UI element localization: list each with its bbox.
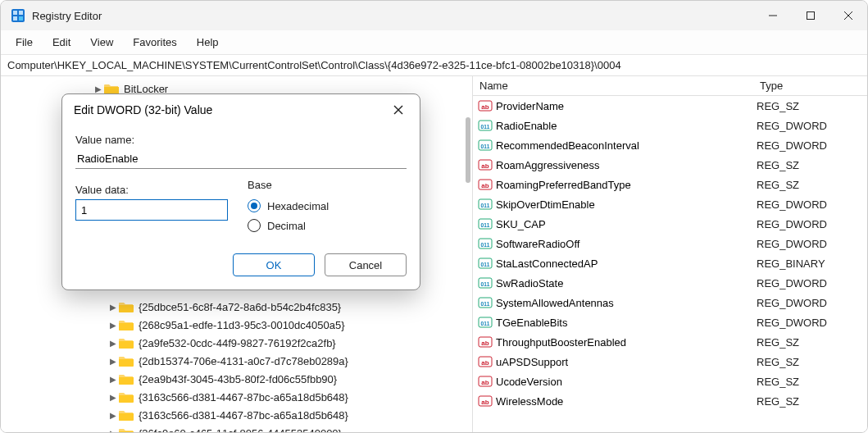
value-row[interactable]: 011SwRadioStateREG_DWORD xyxy=(473,273,867,293)
radio-hexadecimal[interactable]: Hexadecimal xyxy=(248,196,407,216)
svg-text:011: 011 xyxy=(481,144,490,149)
column-type[interactable]: Type xyxy=(757,80,867,92)
tree-item[interactable]: ▶{25dbce51-6c8f-4a72-8a6d-b54c2b4fc835} xyxy=(1,298,472,316)
radio-icon xyxy=(248,199,261,212)
value-type: REG_DWORD xyxy=(757,139,867,152)
folder-icon xyxy=(119,391,134,403)
value-type: REG_DWORD xyxy=(757,277,867,289)
tree-item[interactable]: ▶{268c95a1-edfe-11d3-95c3-0010dc4050a5} xyxy=(1,316,472,334)
svg-rect-1 xyxy=(13,11,17,15)
tree-item[interactable]: ▶{2a9fe532-0cdc-44f9-9827-76192f2ca2fb} xyxy=(1,334,472,352)
folder-icon xyxy=(119,337,134,349)
value-row[interactable]: abThroughputBoosterEnabledREG_SZ xyxy=(473,332,867,352)
menu-edit[interactable]: Edit xyxy=(44,33,79,52)
value-row[interactable]: abProviderNameREG_SZ xyxy=(473,96,867,116)
minimize-button[interactable] xyxy=(754,1,792,30)
cancel-button[interactable]: Cancel xyxy=(325,253,407,276)
menubar: File Edit View Favorites Help xyxy=(1,30,867,55)
folder-icon xyxy=(119,301,134,312)
value-name: SwRadioState xyxy=(496,277,757,289)
value-name: SoftwareRadioOff xyxy=(496,238,757,250)
tree-item[interactable]: ▶{2ea9b43f-3045-43b5-80f2-fd06c55fbb90} xyxy=(1,370,472,388)
tree-item[interactable]: ▶{3163c566-d381-4467-87bc-a65a18d5b648} xyxy=(1,406,472,424)
radio-decimal[interactable]: Decimal xyxy=(248,216,407,235)
value-row[interactable]: abuAPSDSupportREG_SZ xyxy=(473,352,867,371)
value-data-field[interactable] xyxy=(75,199,228,221)
close-button[interactable] xyxy=(829,1,867,30)
chevron-right-icon: ▶ xyxy=(107,393,119,402)
value-row[interactable]: 011SoftwareRadioOffREG_DWORD xyxy=(473,234,867,253)
tree-scrollbar[interactable] xyxy=(466,117,470,183)
value-name-field[interactable] xyxy=(75,149,407,169)
tree-item[interactable]: ▶{36fc9e60-c465-11cf-8056-444553540000} xyxy=(1,424,472,432)
value-row[interactable]: 011RecommendedBeaconIntervalREG_DWORD xyxy=(473,135,867,155)
maximize-button[interactable] xyxy=(792,1,829,30)
value-name: ThroughputBoosterEnabled xyxy=(496,336,757,349)
address-bar[interactable]: Computer\HKEY_LOCAL_MACHINE\SYSTEM\Curre… xyxy=(1,55,867,76)
value-row[interactable]: 011SKU_CAPREG_DWORD xyxy=(473,214,867,234)
value-row[interactable]: 011RadioEnableREG_DWORD xyxy=(473,116,867,135)
binary-icon: 011 xyxy=(476,276,494,290)
binary-icon: 011 xyxy=(476,295,494,310)
value-name: WirelessMode xyxy=(496,395,757,408)
string-icon: ab xyxy=(476,354,494,369)
titlebar: Registry Editor xyxy=(1,1,867,30)
svg-text:ab: ab xyxy=(481,182,489,189)
chevron-right-icon: ▶ xyxy=(107,411,119,420)
svg-rect-6 xyxy=(807,12,815,20)
value-type: REG_DWORD xyxy=(757,317,867,329)
value-name: SKU_CAP xyxy=(496,218,757,230)
radio-dec-label: Decimal xyxy=(267,220,306,232)
value-row[interactable]: 011SystemAllowedAntennasREG_DWORD xyxy=(473,293,867,312)
string-icon: ab xyxy=(476,374,494,389)
dialog-close-button[interactable] xyxy=(385,97,411,123)
ok-button[interactable]: OK xyxy=(233,253,315,276)
tree-item-label: {36fc9e60-c465-11cf-8056-444553540000} xyxy=(139,427,342,433)
value-row[interactable]: 011StaLastConnectedAPREG_BINARY xyxy=(473,253,867,273)
value-type: REG_DWORD xyxy=(757,238,867,250)
menu-view[interactable]: View xyxy=(82,33,121,52)
svg-rect-2 xyxy=(19,11,23,15)
svg-text:011: 011 xyxy=(481,301,490,307)
binary-icon: 011 xyxy=(476,236,494,251)
chevron-right-icon: ▶ xyxy=(93,84,104,93)
value-name: uAPSDSupport xyxy=(496,356,757,368)
base-group-label: Base xyxy=(248,179,407,191)
value-type: REG_DWORD xyxy=(757,120,867,132)
folder-icon xyxy=(119,373,134,385)
binary-icon: 011 xyxy=(476,256,494,271)
window: Registry Editor File Edit View Favorites… xyxy=(0,0,868,433)
tree-item[interactable]: ▶{3163c566-d381-4467-87bc-a65a18d5b648} xyxy=(1,388,472,406)
menu-file[interactable]: File xyxy=(7,33,41,52)
svg-text:011: 011 xyxy=(481,222,490,228)
value-name: TGeEnableBits xyxy=(496,317,757,329)
window-title: Registry Editor xyxy=(32,10,102,22)
string-icon: ab xyxy=(476,98,494,113)
value-row[interactable]: abUcodeVersionREG_SZ xyxy=(473,371,867,391)
svg-text:ab: ab xyxy=(481,103,489,111)
svg-text:ab: ab xyxy=(481,359,489,367)
value-name: ProviderName xyxy=(496,100,757,112)
folder-icon xyxy=(119,355,134,367)
value-row[interactable]: 011TGeEnableBitsREG_DWORD xyxy=(473,312,867,332)
svg-rect-4 xyxy=(19,16,23,21)
chevron-right-icon: ▶ xyxy=(107,357,119,366)
value-row[interactable]: 011SkipOverDtimEnableREG_DWORD xyxy=(473,194,867,214)
chevron-right-icon: ▶ xyxy=(107,429,119,433)
binary-icon: 011 xyxy=(476,138,494,153)
menu-favorites[interactable]: Favorites xyxy=(125,33,184,52)
tree-item[interactable]: ▶{2db15374-706e-4131-a0c7-d7c78eb0289a} xyxy=(1,352,472,370)
radio-hex-label: Hexadecimal xyxy=(267,200,329,212)
dialog-title: Edit DWORD (32-bit) Value xyxy=(74,103,212,116)
svg-text:ab: ab xyxy=(481,399,489,406)
menu-help[interactable]: Help xyxy=(189,33,227,52)
value-type: REG_SZ xyxy=(757,376,867,388)
value-row[interactable]: abWirelessModeREG_SZ xyxy=(473,391,867,411)
value-row[interactable]: abRoamAggressivenessREG_SZ xyxy=(473,155,867,175)
value-row[interactable]: abRoamingPreferredBandTypeREG_SZ xyxy=(473,175,867,194)
chevron-right-icon: ▶ xyxy=(107,321,119,330)
svg-text:011: 011 xyxy=(481,321,490,326)
value-name: SkipOverDtimEnable xyxy=(496,198,757,211)
value-name: UcodeVersion xyxy=(496,376,757,388)
column-name[interactable]: Name xyxy=(473,80,757,92)
